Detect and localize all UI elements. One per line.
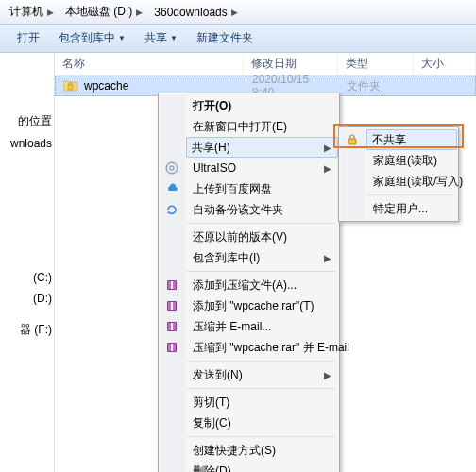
col-name[interactable]: 名称 bbox=[55, 53, 244, 75]
svg-rect-8 bbox=[171, 302, 173, 310]
col-date[interactable]: 修改日期 bbox=[244, 53, 338, 75]
toolbar-share[interactable]: 共享 ▼ bbox=[137, 28, 185, 49]
menu-include-library[interactable]: 包含到库中(I)▶ bbox=[187, 247, 337, 268]
submenu-no-share[interactable]: 不共享 bbox=[366, 129, 457, 150]
menu-label: 添加到 "wpcache.rar"(T) bbox=[193, 298, 314, 314]
submenu-arrow-icon: ▶ bbox=[324, 253, 332, 263]
chevron-right-icon: ▶ bbox=[136, 8, 143, 17]
menu-restore-previous[interactable]: 还原以前的版本(V) bbox=[187, 227, 337, 247]
menu-share[interactable]: 共享(H)▶ bbox=[186, 137, 338, 158]
breadcrumb-label: 计算机 bbox=[9, 4, 43, 20]
menu-label: 共享(H) bbox=[192, 140, 230, 156]
refresh-icon bbox=[164, 202, 179, 217]
file-name: wpcache bbox=[84, 79, 128, 93]
menu-label: 自动备份该文件夹 bbox=[193, 202, 283, 218]
submenu-arrow-icon: ▶ bbox=[324, 163, 332, 174]
toolbar-label: 新建文件夹 bbox=[196, 30, 253, 46]
menu-separator bbox=[187, 388, 335, 389]
breadcrumb-segment[interactable]: 计算机 ▶ bbox=[4, 0, 60, 24]
address-bar: 计算机 ▶ 本地磁盘 (D:) ▶ 360downloads ▶ bbox=[0, 0, 476, 25]
toolbar-open[interactable]: 打开 bbox=[9, 28, 47, 49]
toolbar-label: 包含到库中 bbox=[59, 30, 115, 46]
svg-rect-5 bbox=[171, 281, 173, 289]
menu-label: 删除(D) bbox=[193, 464, 231, 473]
svg-point-2 bbox=[170, 166, 174, 170]
menu-cut[interactable]: 剪切(T) bbox=[187, 392, 337, 413]
chevron-right-icon: ▶ bbox=[47, 8, 54, 17]
chevron-down-icon: ▼ bbox=[170, 34, 178, 42]
menu-separator bbox=[187, 271, 335, 272]
menu-label: 发送到(N) bbox=[193, 367, 243, 383]
spacer bbox=[0, 309, 54, 318]
menu-label: 压缩到 "wpcache.rar" 并 E-mail bbox=[193, 340, 349, 356]
breadcrumb-segment[interactable]: 360downloads ▶ bbox=[148, 0, 243, 24]
nav-tree: 的位置 wnloads (C:) (D:) 器 (F:) bbox=[0, 53, 55, 472]
menu-label: 家庭组(读取/写入) bbox=[373, 174, 463, 190]
menu-label: 打开(O) bbox=[193, 98, 231, 114]
tree-item-drive-c[interactable]: (C:) bbox=[0, 267, 54, 288]
tree-item-drive-d[interactable]: (D:) bbox=[0, 288, 54, 309]
menu-auto-backup[interactable]: 自动备份该文件夹 bbox=[187, 199, 337, 220]
menu-zip-email[interactable]: 压缩并 E-mail... bbox=[187, 316, 337, 337]
chevron-down-icon: ▼ bbox=[118, 34, 126, 42]
menu-open[interactable]: 打开(O) bbox=[187, 95, 337, 116]
submenu-specific-user[interactable]: 特定用户... bbox=[367, 198, 456, 219]
menu-label: 包含到库中(I) bbox=[193, 250, 260, 266]
toolbar-include[interactable]: 包含到库中 ▼ bbox=[51, 28, 133, 49]
submenu-homegroup-rw[interactable]: 家庭组(读取/写入) bbox=[367, 171, 456, 192]
breadcrumb-label: 本地磁盘 (D:) bbox=[65, 4, 132, 20]
share-submenu: 不共享 家庭组(读取) 家庭组(读取/写入) 特定用户... bbox=[338, 126, 459, 222]
menu-label: UltraISO bbox=[193, 161, 236, 175]
menu-copy[interactable]: 复制(C) bbox=[187, 413, 337, 433]
folder-icon bbox=[63, 78, 78, 94]
toolbar: 打开 包含到库中 ▼ 共享 ▼ 新建文件夹 bbox=[0, 25, 476, 53]
menu-label: 不共享 bbox=[372, 132, 406, 148]
menu-delete[interactable]: 删除(D) bbox=[187, 461, 337, 472]
menu-label: 在新窗口中打开(E) bbox=[193, 119, 287, 135]
menu-send-to[interactable]: 发送到(N)▶ bbox=[187, 364, 337, 385]
tree-item[interactable]: wnloads bbox=[0, 133, 54, 154]
file-type: 文件夹 bbox=[347, 78, 381, 94]
submenu-arrow-icon: ▶ bbox=[324, 370, 332, 380]
menu-add-rar[interactable]: 添加到 "wpcache.rar"(T) bbox=[187, 295, 337, 316]
menu-add-archive[interactable]: 添加到压缩文件(A)... bbox=[187, 275, 337, 295]
submenu-arrow-icon: ▶ bbox=[324, 143, 332, 153]
toolbar-label: 共享 bbox=[144, 30, 167, 46]
submenu-homegroup-read[interactable]: 家庭组(读取) bbox=[367, 150, 456, 171]
svg-rect-11 bbox=[171, 323, 173, 330]
tree-item[interactable]: 的位置 bbox=[0, 110, 54, 133]
menu-open-new-window[interactable]: 在新窗口中打开(E) bbox=[187, 116, 337, 137]
menu-create-shortcut[interactable]: 创建快捷方式(S) bbox=[187, 440, 337, 461]
breadcrumb-segment[interactable]: 本地磁盘 (D:) ▶ bbox=[60, 0, 148, 24]
menu-label: 特定用户... bbox=[373, 201, 428, 217]
lock-icon bbox=[345, 132, 360, 147]
archive-icon bbox=[164, 319, 179, 334]
chevron-right-icon: ▶ bbox=[231, 8, 238, 17]
archive-icon bbox=[164, 298, 179, 313]
menu-upload-baidu[interactable]: 上传到百度网盘 bbox=[187, 178, 337, 199]
menu-ultraiso[interactable]: UltraISO▶ bbox=[187, 158, 337, 178]
archive-icon bbox=[164, 340, 179, 355]
menu-label: 家庭组(读取) bbox=[373, 153, 437, 169]
col-type[interactable]: 类型 bbox=[338, 53, 414, 75]
menu-separator bbox=[367, 194, 454, 195]
archive-icon bbox=[164, 278, 179, 293]
menu-label: 剪切(T) bbox=[193, 395, 230, 411]
menu-zip-rar-email[interactable]: 压缩到 "wpcache.rar" 并 E-mail bbox=[187, 337, 337, 358]
menu-separator bbox=[187, 436, 335, 437]
context-menu: 打开(O) 在新窗口中打开(E) 共享(H)▶ UltraISO▶ 上传到百度网… bbox=[158, 93, 340, 472]
col-size[interactable]: 大小 bbox=[414, 53, 476, 75]
tree-item-drive-f[interactable]: 器 (F:) bbox=[0, 318, 54, 342]
toolbar-newfolder[interactable]: 新建文件夹 bbox=[189, 28, 261, 49]
menu-label: 复制(C) bbox=[193, 415, 231, 431]
svg-rect-14 bbox=[171, 344, 173, 351]
menu-label: 还原以前的版本(V) bbox=[193, 229, 287, 245]
menu-label: 创建快捷方式(S) bbox=[193, 443, 276, 459]
ultraiso-icon bbox=[164, 160, 179, 176]
menu-label: 压缩并 E-mail... bbox=[193, 319, 271, 335]
menu-separator bbox=[187, 361, 335, 362]
menu-label: 上传到百度网盘 bbox=[193, 181, 272, 197]
spacer bbox=[0, 154, 54, 267]
svg-rect-15 bbox=[348, 139, 356, 144]
menu-separator bbox=[187, 223, 335, 224]
